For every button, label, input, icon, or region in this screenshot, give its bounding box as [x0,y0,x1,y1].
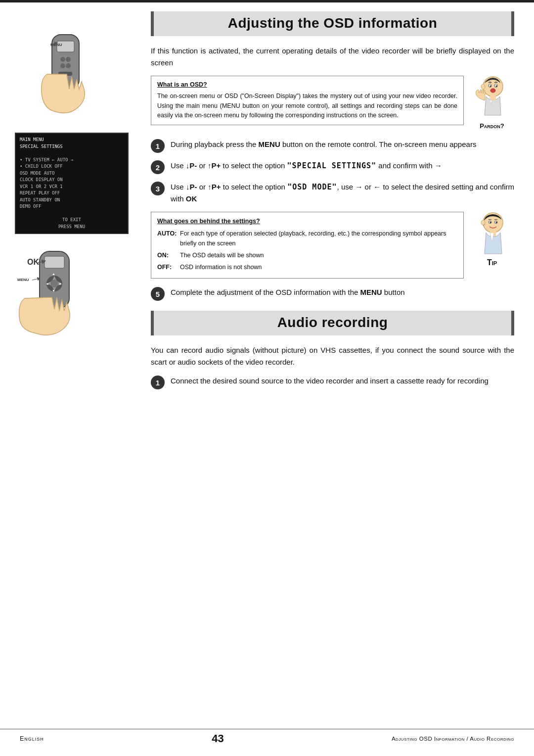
svg-text:▲: ▲ [52,272,55,276]
section2-step-1-text: Connect the desired sound source to the … [171,375,489,387]
section2-step-1: 1 Connect the desired sound source to th… [151,375,514,389]
section2-title: Audio recording [154,315,511,331]
settings-row-off: OFF: OSD information is not shown [157,262,457,272]
remote-top-svg: MENU [30,27,99,121]
step-1-number: 1 [151,139,165,153]
settings-row-auto: AUTO: For each type of operation selecte… [157,229,457,248]
step-2-text: Use ↓P- or ↑P+ to select the option "SPE… [171,160,442,172]
step-5-number: 5 [151,287,165,301]
section2-heading-bar: Audio recording [151,311,514,335]
svg-point-36 [490,222,491,223]
menu-line-13: TO EXIT [20,217,124,224]
svg-point-3 [66,57,71,62]
step-5-container: 5 Complete the adjustment of the OSD inf… [151,286,514,301]
settings-off-label: OFF: [157,262,176,272]
svg-text:▼: ▼ [52,289,55,292]
svg-point-38 [481,220,485,225]
menu-line-11: DEMO OFF [20,203,124,210]
step-3-text: Use ↓P- or ↑P+ to select the option "OSD… [171,181,514,205]
svg-line-14 [32,279,39,280]
menu-line-4: • TV SYSTEM ← AUTO → [20,157,124,164]
svg-point-37 [496,222,497,223]
svg-point-30 [490,89,495,93]
menu-line-1: MAIN MENU [20,137,124,143]
step-1: 1 During playback press the MENU button … [151,139,514,153]
step-3-number: 3 [151,182,165,195]
svg-point-28 [490,86,491,87]
remote-top-illustration: MENU [30,27,134,123]
settings-info-box: What goes on behind the settings? AUTO: … [151,212,464,279]
section1-heading-bar: Adjusting the OSD information [151,11,514,36]
tip-character-svg [472,212,512,256]
page-footer: English 43 Adjusting OSD Information / A… [0,729,534,745]
section2-intro: You can record audio signals (without pi… [151,344,514,368]
menu-line-10: AUTO STANDBY ON [20,197,124,204]
settings-box-title: What goes on behind the settings? [157,216,457,226]
footer-section-label: Adjusting OSD Information / Audio Record… [392,736,514,742]
svg-point-31 [481,84,485,89]
step-5-text: Complete the adjustment of the OSD infor… [171,286,405,298]
svg-text:MENU: MENU [17,278,29,282]
step-2: 2 Use ↓P- or ↑P+ to select the option "S… [151,160,514,174]
settings-on-text: The OSD details will be shown [180,250,264,260]
svg-point-2 [60,57,65,62]
tip-label: Tip [487,258,497,267]
menu-line-9: REPEAT PLAY OFF [20,190,124,197]
menu-line-12 [20,210,124,217]
svg-point-20 [50,280,58,287]
menu-line-3 [20,150,124,157]
menu-line-7: CLOCK DISPLAY ON [20,177,124,184]
main-content: Adjusting the OSD information If this fu… [141,2,534,396]
steps-1-3: 1 During playback press the MENU button … [151,139,514,205]
pardon-character: Pardon? [470,76,514,130]
menu-screen-illustration: MAIN MENU SPECIAL SETTINGS • TV SYSTEM ←… [15,133,134,234]
svg-text:►: ► [59,282,62,285]
footer-page-number: 43 [212,732,223,745]
osd-info-box: What is an OSD? The on-screen menu or OS… [151,76,464,125]
settings-auto-label: AUTO: [157,229,176,238]
remote-bottom-svg: OK MENU ▲ ▼ ◄ ► [15,244,119,348]
pardon-character-svg [472,76,512,120]
step-1-text: During playback press the MENU button on… [171,139,476,150]
step-2-number: 2 [151,160,165,174]
menu-screen-display: MAIN MENU SPECIAL SETTINGS • TV SYSTEM ←… [15,133,129,234]
svg-rect-10 [44,256,64,268]
left-column: MENU MAIN MENU SPECIAL SETTINGS [0,2,141,396]
osd-info-box-row: What is an OSD? The on-screen menu or OS… [151,76,514,130]
section2-steps: 1 Connect the desired sound source to th… [151,375,514,389]
svg-point-29 [496,86,497,87]
settings-on-label: ON: [157,250,176,260]
svg-text:◄: ◄ [45,282,49,285]
svg-point-4 [60,63,65,68]
section1-intro: If this function is activated, the curre… [151,45,514,69]
settings-box-row: What goes on behind the settings? AUTO: … [151,212,514,279]
step-5: 5 Complete the adjustment of the OSD inf… [151,286,514,301]
section2-step-1-number: 1 [151,376,165,389]
menu-line-5: • CHILD LOCK OFF [20,163,124,170]
svg-rect-32 [490,95,496,100]
svg-point-5 [66,63,71,68]
menu-line-8: VCR 1 OR 2 VCR 1 [20,184,124,190]
footer-language: English [20,735,44,742]
menu-line-6: OSD MODE AUTO [20,170,124,177]
tip-character: Tip [470,212,514,279]
section1-title: Adjusting the OSD information [154,15,511,31]
settings-auto-text: For each type of operation selected (pla… [180,229,457,248]
settings-off-text: OSD information is not shown [180,262,262,272]
menu-line-14: PRESS MENU [20,224,124,231]
svg-text:OK: OK [27,258,39,266]
step-3: 3 Use ↓P- or ↑P+ to select the option "O… [151,181,514,205]
pardon-label: Pardon? [480,122,504,130]
settings-row-on: ON: The OSD details will be shown [157,250,457,260]
remote-bottom-illustration: OK MENU ▲ ▼ ◄ ► [15,244,134,349]
osd-info-box-body: The on-screen menu or OSD ("On-Screen Di… [157,92,457,120]
osd-info-box-title: What is an OSD? [157,80,457,90]
menu-line-2: SPECIAL SETTINGS [20,143,124,150]
